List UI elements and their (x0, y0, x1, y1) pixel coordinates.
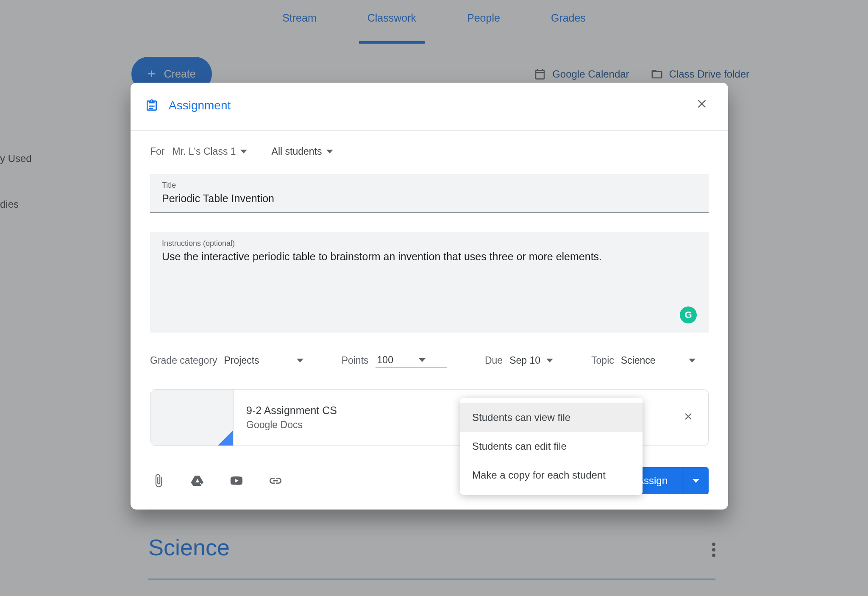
topic-selector[interactable]: Topic Science (591, 355, 696, 366)
title-field[interactable]: Title (150, 174, 709, 213)
class-name: Mr. L's Class 1 (172, 146, 236, 157)
modal-header: Assignment (131, 83, 728, 131)
for-label: For (150, 146, 165, 157)
instructions-field[interactable]: Instructions (optional) G (150, 232, 709, 333)
due-selector[interactable]: Due Sep 10 (485, 355, 553, 366)
grammarly-icon[interactable]: G (680, 306, 697, 323)
title-input[interactable] (162, 192, 697, 205)
chevron-down-icon (689, 359, 696, 362)
students-selector[interactable]: All students (272, 146, 333, 157)
modal-title: Assignment (169, 99, 231, 112)
close-icon (695, 97, 709, 111)
grade-category-label: Grade category (150, 355, 217, 366)
chevron-down-icon (546, 359, 553, 362)
due-value: Sep 10 (509, 355, 540, 366)
permission-option-copy[interactable]: Make a copy for each student (460, 461, 643, 490)
attachment-type: Google Docs (246, 419, 337, 431)
chevron-down-icon (240, 150, 247, 153)
options-row: Grade category Projects Points 100 Due S… (150, 353, 709, 368)
chevron-down-icon (297, 359, 303, 362)
topic-value: Science (621, 355, 656, 366)
class-selector[interactable]: Mr. L's Class 1 (172, 146, 247, 157)
permission-option-view[interactable]: Students can view file (460, 403, 643, 432)
attachment-thumbnail (150, 390, 234, 446)
points-selector[interactable]: Points 100 (342, 353, 447, 368)
attach-link-button[interactable] (267, 472, 284, 489)
close-icon (683, 411, 694, 422)
students-label: All students (272, 146, 322, 157)
grade-category-selector[interactable]: Grade category Projects (150, 355, 303, 366)
chevron-down-icon (326, 150, 333, 153)
attach-file-button[interactable] (150, 472, 167, 489)
attachment-title: 9-2 Assignment CS (246, 404, 337, 417)
instructions-textarea[interactable] (162, 251, 697, 318)
drive-icon (190, 473, 205, 488)
points-value: 100 (377, 354, 393, 366)
attach-youtube-button[interactable] (228, 472, 245, 489)
points-label: Points (342, 355, 369, 366)
permission-option-edit[interactable]: Students can edit file (460, 432, 643, 461)
for-row: For Mr. L's Class 1 All students (150, 146, 709, 157)
chevron-down-icon (419, 358, 426, 362)
instructions-label: Instructions (optional) (162, 239, 697, 248)
assignment-icon (145, 99, 159, 112)
due-label: Due (485, 355, 503, 366)
assign-dropdown-button[interactable] (683, 467, 709, 494)
attachment-info: 9-2 Assignment CS Google Docs (234, 404, 350, 431)
close-button[interactable] (693, 95, 711, 117)
title-label: Title (162, 181, 697, 190)
topic-label: Topic (591, 355, 614, 366)
chevron-down-icon (693, 479, 699, 483)
youtube-icon (229, 473, 244, 488)
remove-attachment-button[interactable] (683, 410, 694, 426)
paperclip-icon (151, 473, 166, 488)
assignment-modal: Assignment For Mr. L's Class 1 All stude… (131, 83, 728, 510)
grade-category-value: Projects (224, 355, 259, 366)
permission-dropdown: Students can view file Students can edit… (460, 398, 643, 495)
attach-drive-button[interactable] (189, 472, 206, 489)
link-icon (268, 473, 283, 488)
attachment-card[interactable]: 9-2 Assignment CS Google Docs Students c… (150, 389, 709, 446)
